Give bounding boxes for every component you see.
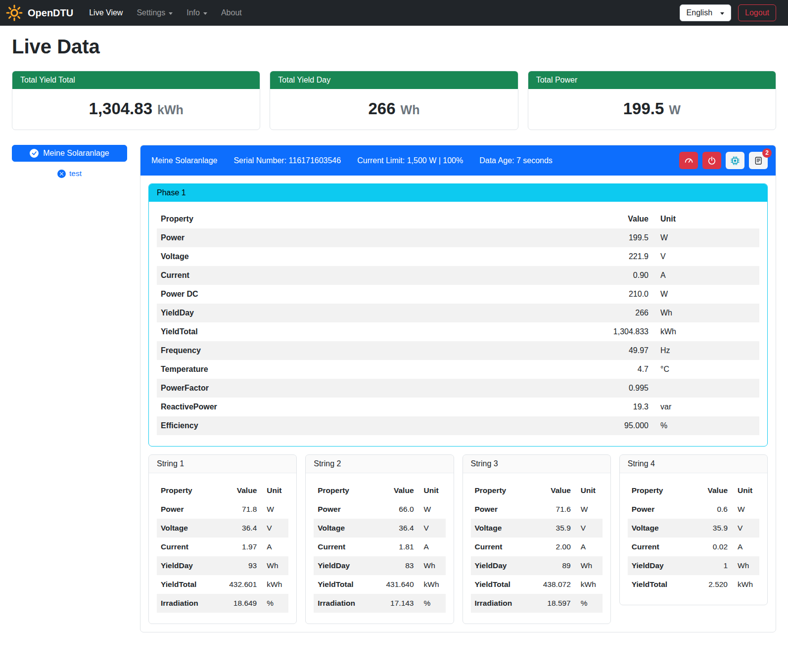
table-row: Current1.97A xyxy=(157,538,288,556)
row-value: 0.995 xyxy=(453,379,652,398)
brand[interactable]: OpenDTU xyxy=(6,4,73,21)
column-header-unit: Unit xyxy=(732,481,759,500)
table-row: PowerFactor0.995 xyxy=(157,379,759,398)
chevron-down-icon xyxy=(720,12,724,15)
string-card-title: String 3 xyxy=(463,455,610,473)
row-unit: kWh xyxy=(418,575,446,594)
row-value: 221.9 xyxy=(453,247,652,266)
row-value: 89 xyxy=(529,556,574,575)
column-header-value: Value xyxy=(529,481,574,500)
device-info-button[interactable] xyxy=(726,152,744,169)
column-header-value: Value xyxy=(372,481,417,500)
column-header-value: Value xyxy=(215,481,261,500)
nav-item-about[interactable]: About xyxy=(214,4,249,21)
table-row: Current0.90A xyxy=(157,266,759,285)
row-value: 4.7 xyxy=(453,360,652,379)
row-unit: W xyxy=(652,228,759,247)
phase-table-container: PropertyValueUnitPower199.5WVoltage221.9… xyxy=(149,202,767,446)
row-unit: Hz xyxy=(652,341,759,360)
table-row: Current0.02A xyxy=(628,538,759,556)
row-unit: W xyxy=(418,500,446,519)
row-unit: var xyxy=(652,398,759,416)
table-row: Power0.6W xyxy=(628,500,759,519)
string-card-title: String 2 xyxy=(306,455,453,473)
nav-links: Live ViewSettingsInfoAbout xyxy=(82,4,249,21)
speedometer-icon xyxy=(684,156,694,165)
inverter-item-test[interactable]: test xyxy=(12,169,127,178)
table-row: YieldDay1Wh xyxy=(628,556,759,575)
table-row: Voltage35.9V xyxy=(471,519,603,538)
table-row: Current1.81A xyxy=(314,538,445,556)
row-value: 0.6 xyxy=(691,500,732,519)
row-value: 71.6 xyxy=(529,500,574,519)
language-select[interactable]: English xyxy=(680,4,731,21)
table-row: YieldDay89Wh xyxy=(471,556,603,575)
row-property: Power xyxy=(157,500,215,519)
table-row: YieldDay266Wh xyxy=(157,304,759,322)
data-table: PropertyValueUnitPower0.6WVoltage35.9VCu… xyxy=(628,481,759,594)
journal-text-icon xyxy=(754,156,763,165)
limit-settings-button[interactable] xyxy=(679,152,698,169)
row-unit: V xyxy=(732,519,759,538)
row-unit: °C xyxy=(652,360,759,379)
table-row: Power66.0W xyxy=(314,500,445,519)
row-property: Irradiation xyxy=(471,594,529,613)
column-header-property: Property xyxy=(471,481,529,500)
row-unit: kWh xyxy=(732,575,759,594)
row-unit: kWh xyxy=(652,322,759,341)
row-unit: Wh xyxy=(418,556,446,575)
summary-card-title: Total Yield Day xyxy=(270,71,517,89)
column-header-property: Property xyxy=(314,481,372,500)
row-unit: kWh xyxy=(575,575,603,594)
inverter-panel-header: Meine Solaranlage Serial Number: 1161716… xyxy=(140,145,776,176)
power-icon xyxy=(707,156,716,165)
column-header-property: Property xyxy=(157,210,453,228)
row-value: 17.143 xyxy=(372,594,417,613)
row-value: 210.0 xyxy=(453,285,652,304)
nav-item-settings[interactable]: Settings xyxy=(130,4,180,21)
inverter-name: Meine Solaranlage xyxy=(151,156,217,165)
row-property: Current xyxy=(628,538,691,556)
inverter-panel-actions: 2 xyxy=(679,152,768,169)
inverter-select-button[interactable]: Meine Solaranlage xyxy=(12,145,127,162)
nav-item-info[interactable]: Info xyxy=(180,4,214,21)
string-card: String 4PropertyValueUnitPower0.6WVoltag… xyxy=(619,454,768,605)
summary-card-title: Total Power xyxy=(528,71,776,89)
row-property: PowerFactor xyxy=(157,379,453,398)
table-row: Power199.5W xyxy=(157,228,759,247)
column-header-property: Property xyxy=(157,481,215,500)
summary-card-value: 1,304.83 xyxy=(89,99,152,118)
string-card: String 1PropertyValueUnitPower71.8WVolta… xyxy=(148,454,297,624)
row-property: Voltage xyxy=(157,247,453,266)
string-card-title: String 4 xyxy=(620,455,767,473)
data-table: PropertyValueUnitPower66.0WVoltage36.4VC… xyxy=(314,481,445,613)
nav-item-label: About xyxy=(221,8,242,17)
table-row: Voltage36.4V xyxy=(314,519,445,538)
row-value: 432.601 xyxy=(215,575,261,594)
row-value: 266 xyxy=(453,304,652,322)
inverter-panel: Meine Solaranlage Serial Number: 1161716… xyxy=(140,145,776,632)
event-log-button[interactable]: 2 xyxy=(749,152,768,169)
string-card-body: PropertyValueUnitPower71.8WVoltage36.4VC… xyxy=(149,473,296,624)
row-unit: Wh xyxy=(261,556,288,575)
data-table: PropertyValueUnitPower71.8WVoltage36.4VC… xyxy=(157,481,288,613)
nav-item-label: Settings xyxy=(137,8,165,17)
inverter-sidebar: Meine Solaranlage test xyxy=(12,145,127,178)
table-row: Voltage35.9V xyxy=(628,519,759,538)
column-header-unit: Unit xyxy=(652,210,759,228)
inverter-current-limit: Current Limit: 1,500 W | 100% xyxy=(357,156,463,165)
row-unit: W xyxy=(261,500,288,519)
string-card: String 2PropertyValueUnitPower66.0WVolta… xyxy=(305,454,454,624)
row-unit: % xyxy=(418,594,446,613)
row-unit: % xyxy=(652,416,759,435)
row-value: 93 xyxy=(215,556,261,575)
row-value: 18.597 xyxy=(529,594,574,613)
nav-item-live-view[interactable]: Live View xyxy=(82,4,130,21)
logout-button[interactable]: Logout xyxy=(738,4,776,21)
brand-label: OpenDTU xyxy=(28,7,73,19)
power-settings-button[interactable] xyxy=(702,152,721,169)
row-property: Current xyxy=(157,266,453,285)
summary-card-title: Total Yield Total xyxy=(12,71,260,89)
page-title: Live Data xyxy=(12,36,776,58)
table-row: YieldTotal438.072kWh xyxy=(471,575,603,594)
